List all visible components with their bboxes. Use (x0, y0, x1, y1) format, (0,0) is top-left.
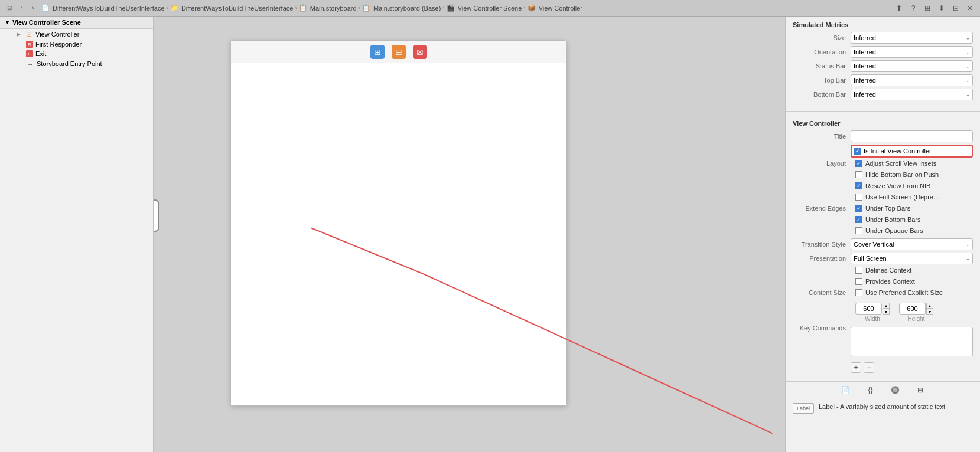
use-preferred-row[interactable]: Use Preferred Explicit Size (851, 289, 943, 296)
breadcrumb-item-3[interactable]: Main.storyboard (310, 5, 357, 12)
size-row: Size Inferred ⌄ (793, 32, 973, 44)
defines-context-checkbox[interactable] (855, 267, 862, 274)
status-bar-select[interactable]: Inferred ⌄ (851, 60, 973, 72)
breadcrumb: 📄 DifferentWaysToBuildTheUserInterface ›… (41, 4, 890, 12)
under-top-bars-checkbox[interactable]: ✓ (855, 205, 862, 212)
close-icon[interactable]: ✕ (965, 3, 975, 14)
under-opaque-bars-checkbox[interactable] (855, 227, 862, 234)
list-item-exit[interactable]: E Exit (0, 49, 153, 58)
presentation-select[interactable]: Full Screen ⌄ (851, 253, 973, 264)
is-initial-vc-box[interactable]: ✓ Is Initial View Controller (851, 145, 973, 158)
width-col-label: Width (865, 316, 880, 322)
divider-1 (786, 111, 980, 112)
use-full-screen-checkbox[interactable] (855, 194, 862, 201)
adjust-scroll-checkbox[interactable]: ✓ (855, 160, 862, 167)
toolbar-btn-2[interactable]: ⊟ (392, 45, 406, 59)
simulated-metrics-title: Simulated Metrics (793, 21, 973, 28)
iphone-frame: ⊞ ⊟ ⊠ ████ (230, 40, 567, 406)
orientation-value: Inferred ⌄ (851, 46, 973, 58)
bottom-tab-attributes[interactable]: 🔘 (890, 385, 901, 395)
list-item-vc[interactable]: ▶ ⊡ View Controller (0, 29, 153, 40)
extend-option-2[interactable]: Under Opaque Bars (851, 227, 923, 234)
provides-context-checkbox[interactable] (855, 278, 862, 285)
top-bar-label: Top Bar (793, 77, 846, 84)
height-down-btn[interactable]: ▼ (926, 309, 933, 315)
key-commands-label: Key Commands (793, 325, 846, 332)
adjust-scroll-label: Adjust Scroll View Insets (865, 160, 936, 167)
layout-options: ✓ Adjust Scroll View Insets Hide Bottom … (851, 160, 973, 202)
top-bar: ⊟ ‹ › 📄 DifferentWaysToBuildTheUserInter… (0, 0, 980, 17)
layout-option-1[interactable]: Hide Bottom Bar on Push (851, 171, 939, 178)
bottom-bar-select[interactable]: Inferred ⌄ (851, 89, 973, 100)
width-col: ▲ ▼ Width (855, 303, 890, 322)
is-initial-vc-checkbox[interactable]: ✓ (854, 148, 861, 155)
defines-context-label: Defines Context (865, 267, 911, 274)
under-top-bars-label: Under Top Bars (865, 205, 910, 212)
is-initial-vc-label: Is Initial View Controller (864, 148, 932, 155)
breadcrumb-item-6[interactable]: View Controller (539, 5, 582, 12)
width-input[interactable] (855, 303, 882, 315)
use-full-screen-label: Use Full Screen (Depre... (865, 194, 939, 201)
defines-context-row[interactable]: Defines Context (851, 267, 911, 274)
content-size-inputs: ▲ ▼ Width ▲ ▼ (851, 303, 933, 322)
resize-view-checkbox[interactable]: ✓ (855, 182, 862, 189)
width-down-btn[interactable]: ▼ (883, 309, 890, 315)
under-bottom-bars-checkbox[interactable]: ✓ (855, 216, 862, 223)
top-bar-row: Top Bar Inferred ⌄ (793, 74, 973, 86)
transition-style-label: Transition Style (793, 241, 846, 248)
breadcrumb-item-1[interactable]: DifferentWaysToBuildTheUserInterface (53, 5, 165, 12)
use-preferred-checkbox[interactable] (855, 289, 862, 296)
remove-command-btn[interactable]: − (864, 362, 874, 373)
back-icon[interactable]: ‹ (17, 4, 26, 13)
toolbar-btn-3[interactable]: ⊠ (413, 45, 427, 59)
add-command-btn[interactable]: + (851, 362, 861, 373)
breadcrumb-item-5[interactable]: View Controller Scene (458, 5, 522, 12)
label-description: Label - A variably sized amount of stati… (819, 403, 947, 410)
provides-context-row[interactable]: Provides Context (851, 278, 915, 285)
list-item-entry[interactable]: → Storyboard Entry Point (0, 58, 153, 69)
size-label: Size (793, 34, 846, 41)
layout-option-3[interactable]: Use Full Screen (Depre... (851, 194, 939, 201)
extend-option-1[interactable]: ✓ Under Bottom Bars (851, 216, 921, 223)
provides-context-label: Provides Context (865, 278, 915, 285)
key-commands-textarea[interactable] (851, 327, 973, 356)
file-icon: 📄 (41, 4, 50, 12)
layout-option-0[interactable]: ✓ Adjust Scroll View Insets (851, 160, 936, 167)
toolbar-btn-1[interactable]: ⊞ (370, 45, 385, 59)
width-up-btn[interactable]: ▲ (883, 303, 890, 309)
hide-bottom-bar-checkbox[interactable] (855, 171, 862, 178)
height-up-btn[interactable]: ▲ (926, 303, 933, 309)
extend-option-0[interactable]: ✓ Under Top Bars (851, 205, 910, 212)
breadcrumb-item-2[interactable]: DifferentWaysToBuildTheUserInterface (181, 5, 294, 12)
title-input[interactable] (851, 130, 973, 142)
bottom-tab-file[interactable]: 📄 (841, 385, 851, 395)
forward-icon[interactable]: › (28, 4, 38, 13)
extend-edges-label: Extend Edges (793, 205, 846, 212)
status-bar-label: Status Bar (793, 63, 846, 70)
list-item-responder[interactable]: R First Responder (0, 40, 153, 49)
question-icon[interactable]: ? (908, 3, 919, 14)
orientation-select[interactable]: Inferred ⌄ (851, 46, 973, 58)
height-input[interactable] (899, 303, 926, 315)
sidebar-right-icon[interactable]: ⊟ (950, 3, 961, 14)
bottom-tab-size[interactable]: ⊟ (915, 385, 926, 395)
right-panel: Simulated Metrics Size Inferred ⌄ Orient… (785, 17, 980, 452)
initial-vc-arrow-box: → (154, 199, 159, 232)
download-icon[interactable]: ⬇ (936, 3, 947, 14)
bottom-tab-code[interactable]: {} (865, 385, 876, 395)
presentation-value: Full Screen ⌄ (851, 253, 973, 264)
canvas-area[interactable]: ⊞ ⊟ ⊠ ████ → (154, 17, 785, 452)
scene-header[interactable]: ▼ View Controller Scene (0, 17, 153, 29)
layout-option-2[interactable]: ✓ Resize View From NIB (851, 182, 930, 189)
layout-row: Layout ✓ Adjust Scroll View Insets Hide … (793, 160, 973, 202)
label-widget-icon: Label (793, 403, 814, 414)
transition-style-value: Cover Vertical ⌄ (851, 238, 973, 250)
grid-icon[interactable]: ⊞ (922, 3, 933, 14)
size-select[interactable]: Inferred ⌄ (851, 32, 973, 44)
top-bar-select[interactable]: Inferred ⌄ (851, 74, 973, 86)
share-icon[interactable]: ⬆ (894, 3, 904, 14)
sidebar-toggle-icon[interactable]: ⊟ (5, 4, 14, 13)
key-commands-btns: + − (851, 361, 874, 374)
transition-style-select[interactable]: Cover Vertical ⌄ (851, 238, 973, 250)
breadcrumb-item-4[interactable]: Main.storyboard (Base) (373, 5, 441, 12)
